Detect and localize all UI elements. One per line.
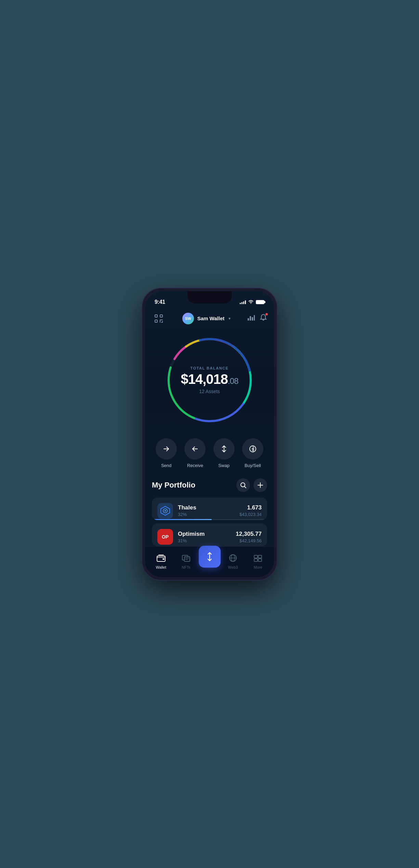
bottom-nav: Wallet NFTs [145,546,274,577]
phone-frame: 9:41 [142,288,277,580]
buysell-icon-circle: $ [242,438,263,459]
receive-button[interactable]: Receive [184,438,206,468]
status-time: 9:41 [155,299,165,305]
portfolio-section: My Portfolio [145,475,274,546]
svg-rect-42 [254,555,258,558]
battery-icon [256,300,264,304]
svg-rect-2 [155,320,157,322]
svg-line-25 [245,487,246,488]
optimism-name: Optimism [178,531,231,537]
header: SW Sam Wallet ▾ [145,308,274,329]
svg-rect-10 [254,315,255,321]
thales-percentage: 32% [178,512,235,517]
svg-point-30 [165,510,166,511]
web3-icon [228,554,237,563]
thales-icon [157,503,173,519]
svg-rect-1 [160,315,162,317]
optimism-amount: 12,305.77 [236,531,262,537]
portfolio-header: My Portfolio [152,478,267,492]
balance-label: TOTAL BALANCE [175,366,244,370]
send-label: Send [161,463,171,468]
scan-button[interactable] [152,312,166,325]
notifications-button[interactable] [260,314,267,323]
portfolio-search-button[interactable] [236,478,250,492]
nav-item-web3[interactable]: Web3 [221,551,246,569]
asset-card-optimism[interactable]: OP Optimism 31% 12,305.77 $42,149.56 [152,523,267,546]
nav-item-nfts[interactable]: NFTs [173,551,198,569]
nfts-nav-label: NFTs [182,565,191,569]
send-icon-circle [156,438,177,459]
receive-label: Receive [187,463,203,468]
svg-rect-43 [258,555,262,558]
buysell-button[interactable]: $ Buy/Sell [242,438,263,468]
send-button[interactable]: Send [156,438,177,468]
svg-rect-34 [184,557,190,561]
wallet-nav-label: Wallet [156,565,166,569]
swap-button[interactable]: Swap [213,438,235,468]
more-nav-label: More [254,565,262,569]
balance-info: TOTAL BALANCE $14,018.08 12 Assets [175,366,244,394]
portfolio-title: My Portfolio [152,481,195,490]
avatar: SW [182,313,194,324]
nfts-icon [182,554,191,563]
screen: 9:41 [145,291,274,577]
thales-progress-bar [152,519,212,520]
buysell-label: Buy/Sell [245,463,261,468]
svg-rect-44 [254,559,258,561]
nav-item-more[interactable]: More [246,551,271,569]
optimism-percentage: 31% [178,538,231,543]
thales-details: Thales 32% [178,504,235,517]
optimism-values: 12,305.77 $42,149.56 [236,531,262,543]
balance-circle: TOTAL BALANCE $14,018.08 12 Assets [162,332,258,428]
portfolio-add-button[interactable] [253,478,267,492]
receive-icon-circle [184,438,206,459]
svg-rect-9 [252,317,253,321]
action-buttons: Send Receive [145,435,274,475]
optimism-details: Optimism 31% [178,531,231,543]
signal-icon [240,300,246,304]
thales-progress-bar-bg [152,519,267,520]
user-name: Sam Wallet [197,315,224,321]
svg-rect-8 [250,316,251,321]
thales-name: Thales [178,504,235,511]
svg-rect-0 [155,315,157,317]
thales-usd: $43,023.34 [239,512,262,517]
swap-label: Swap [218,463,230,468]
user-selector[interactable]: SW Sam Wallet ▾ [182,313,231,324]
wifi-icon [248,300,254,304]
balance-section: TOTAL BALANCE $14,018.08 12 Assets [145,329,274,435]
more-icon [253,554,262,563]
optimism-usd: $42,149.56 [236,538,262,543]
charts-button[interactable] [247,314,255,323]
balance-assets: 12 Assets [175,389,244,394]
balance-amount: $14,018.08 [175,372,244,386]
swap-icon-circle [213,438,235,459]
asset-card-thales[interactable]: Thales 32% 1.673 $43,023.34 [152,497,267,520]
header-actions [247,314,267,323]
nav-center-button[interactable] [199,546,221,568]
asset-list: Thales 32% 1.673 $43,023.34 [152,497,267,546]
wallet-icon [157,554,166,563]
optimism-icon: OP [157,529,173,545]
svg-rect-32 [162,558,165,560]
web3-nav-label: Web3 [228,565,238,569]
svg-rect-45 [258,559,262,561]
status-icons [240,300,264,304]
svg-rect-7 [248,318,249,321]
nav-item-wallet[interactable]: Wallet [148,551,173,569]
svg-point-24 [241,483,245,487]
thales-amount: 1.673 [239,504,262,511]
thales-values: 1.673 $43,023.34 [239,504,262,517]
chevron-down-icon: ▾ [228,316,231,321]
notification-badge [265,313,268,316]
status-bar: 9:41 [145,291,274,308]
portfolio-actions [236,478,267,492]
